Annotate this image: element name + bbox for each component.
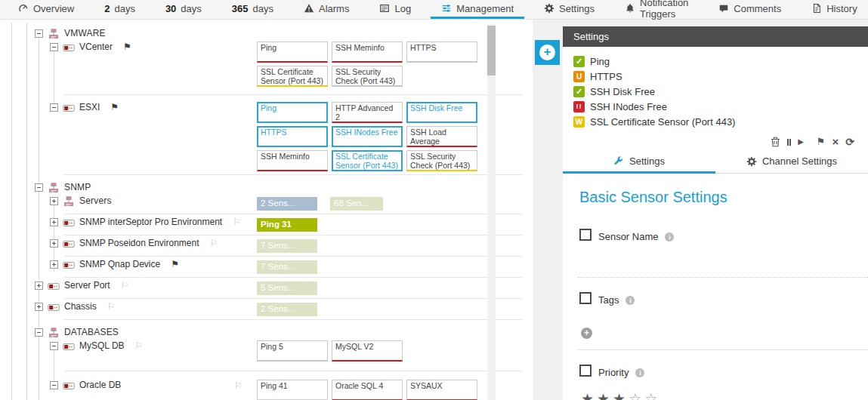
- sensor-ping-41[interactable]: Ping 41: [257, 380, 328, 400]
- selected-sensor-https[interactable]: UHTTPS: [573, 69, 868, 84]
- flag-icon[interactable]: ⚑: [171, 260, 179, 269]
- sensor-sysaux[interactable]: SYSAUX: [406, 380, 477, 400]
- collapse-icon[interactable]: [50, 381, 58, 389]
- add-tag-button[interactable]: +: [581, 328, 592, 339]
- pause-icon[interactable]: [787, 139, 792, 146]
- tree-item-label[interactable]: MySQL DB: [79, 340, 125, 351]
- refresh-icon[interactable]: ⟳: [845, 137, 854, 147]
- sensor-ssl-security-check-port-443[interactable]: SSL Security Check (Port 443): [406, 150, 477, 171]
- tree-item-label[interactable]: Oracle DB: [79, 380, 121, 390]
- expand-icon[interactable]: [50, 197, 58, 205]
- flag-icon[interactable]: ⚑: [817, 137, 826, 147]
- nav-tab-overview[interactable]: Overview: [8, 0, 85, 19]
- nav-tab-alarms[interactable]: Alarms: [293, 0, 360, 19]
- sensor-ssh-meminfo[interactable]: SSH Meminfo: [257, 150, 328, 171]
- flag-icon[interactable]: ⚐: [107, 302, 116, 311]
- star-filled-icon[interactable]: ★: [597, 391, 613, 400]
- nav-tab-history[interactable]: History: [801, 0, 867, 19]
- sensor-badge[interactable]: 2 Sens...: [257, 197, 317, 211]
- add-object-button[interactable]: +: [535, 40, 560, 65]
- nav-tab-2-days[interactable]: 2days: [94, 0, 146, 19]
- sensor-ssh-inodes-free[interactable]: SSH INodes Free: [332, 126, 403, 147]
- flag-icon[interactable]: ⚐: [234, 381, 242, 390]
- sensor-ping[interactable]: Ping: [257, 102, 328, 123]
- info-icon[interactable]: i: [665, 232, 674, 242]
- tree-item-label[interactable]: Chassis: [64, 301, 97, 312]
- tree-item-label[interactable]: SNMP Poseidon Environment: [79, 238, 199, 248]
- star-filled-icon[interactable]: ★: [613, 391, 629, 400]
- tree-item-label[interactable]: Servers: [79, 195, 112, 206]
- sensor-badge[interactable]: 2 Sens...: [257, 303, 317, 316]
- collapse-icon[interactable]: [50, 342, 58, 350]
- collapse-icon[interactable]: [50, 43, 58, 51]
- collapse-icon[interactable]: [35, 183, 43, 192]
- sensor-ssl-certificate-sensor-port-443[interactable]: SSL Certificate Sensor (Port 443): [332, 150, 403, 171]
- selected-sensor-ssh-disk-free[interactable]: ✓SSH Disk Free: [573, 84, 868, 99]
- tags-checkbox[interactable]: [579, 292, 592, 304]
- tree-item-label[interactable]: SNMP Qnap Device: [79, 259, 160, 269]
- tree-item-label[interactable]: VMWARE: [64, 28, 106, 38]
- selected-sensor-ssh-inodes-free[interactable]: !!SSH INodes Free: [573, 99, 868, 114]
- star-filled-icon[interactable]: ★: [581, 391, 597, 400]
- collapse-icon[interactable]: [35, 29, 43, 38]
- sensor-badge[interactable]: 5 Sens...: [257, 282, 317, 295]
- expand-icon[interactable]: [50, 260, 58, 269]
- flag-icon[interactable]: ⚐: [210, 238, 218, 248]
- tree-scrollbar[interactable]: [487, 24, 496, 400]
- sensor-ssl-certificate-sensor-port-443[interactable]: SSL Certificate Sensor (Port 443): [257, 66, 328, 87]
- play-icon[interactable]: ▶: [798, 137, 804, 147]
- sensor-http-advanced-2[interactable]: HTTP Advanced 2: [332, 102, 403, 123]
- collapse-icon[interactable]: [50, 103, 58, 112]
- nav-tab-notification-triggers[interactable]: Notification Triggers: [614, 0, 699, 19]
- tree-item-label[interactable]: DATABASES: [64, 327, 119, 337]
- expand-icon[interactable]: [50, 239, 58, 248]
- close-icon[interactable]: ×: [832, 137, 839, 147]
- sensor-ssl-security-check-port-443[interactable]: SSL Security Check (Port 443): [332, 66, 403, 87]
- info-icon[interactable]: i: [626, 296, 635, 305]
- tree-scrollbar-thumb[interactable]: [487, 26, 496, 75]
- priority-checkbox[interactable]: [579, 365, 592, 377]
- nav-tab-log[interactable]: Log: [369, 0, 422, 19]
- sensor-name-checkbox[interactable]: [579, 229, 592, 241]
- sensor-ssh-disk-free[interactable]: SSH Disk Free: [406, 102, 477, 123]
- trash-icon[interactable]: [771, 137, 780, 147]
- tree-item-label[interactable]: Server Port: [64, 280, 110, 291]
- tree-item-label[interactable]: VCenter: [79, 42, 113, 52]
- flag-icon[interactable]: ⚐: [121, 281, 129, 290]
- nav-tab-management[interactable]: Management: [431, 0, 524, 19]
- tab-channel-settings[interactable]: Channel Settings: [715, 152, 868, 174]
- nav-tab-365-days[interactable]: 365days: [221, 0, 284, 19]
- sensor-badge[interactable]: 7 Sens...: [257, 239, 317, 253]
- tree-item-label[interactable]: SNMP: [64, 182, 91, 192]
- sensor-mysql-v2[interactable]: MySQL V2: [332, 340, 403, 362]
- info-icon[interactable]: i: [635, 368, 644, 377]
- flag-icon[interactable]: ⚐: [135, 341, 144, 350]
- sensor-oracle-sql-4[interactable]: Oracle SQL 4: [332, 380, 403, 400]
- star-empty-icon[interactable]: ☆: [629, 391, 644, 400]
- tree-item-label[interactable]: SNMP interSeptor Pro Environment: [79, 217, 222, 227]
- selected-sensor-ssl-certificate-sensor-port-443[interactable]: WSSL Certificate Sensor (Port 443): [573, 114, 868, 129]
- sensor-ssh-meminfo[interactable]: SSH Meminfo: [332, 42, 403, 63]
- flag-icon[interactable]: ⚑: [110, 103, 119, 112]
- expand-icon[interactable]: [35, 303, 43, 311]
- tab-settings[interactable]: Settings: [563, 152, 715, 174]
- nav-tab-30-days[interactable]: 30days: [155, 0, 212, 19]
- star-empty-icon[interactable]: ☆: [644, 391, 660, 400]
- expand-icon[interactable]: [35, 282, 43, 290]
- sensor-badge[interactable]: 68 Sen...: [330, 197, 383, 211]
- sensor-https[interactable]: HTTPS: [406, 42, 477, 63]
- expand-icon[interactable]: [50, 218, 58, 226]
- sensor-ping[interactable]: Ping: [257, 42, 328, 63]
- tree-item-label[interactable]: ESXI: [79, 102, 100, 112]
- sensor-badge[interactable]: 7 Sens...: [257, 260, 317, 274]
- flag-icon[interactable]: ⚑: [123, 42, 131, 51]
- nav-tab-comments[interactable]: Comments: [708, 0, 792, 19]
- sensor-ping-5[interactable]: Ping 5: [257, 340, 328, 362]
- selected-sensor-ping[interactable]: ✓Ping: [573, 54, 868, 69]
- collapse-icon[interactable]: [35, 328, 43, 337]
- sensor-https[interactable]: HTTPS: [257, 126, 328, 147]
- nav-tab-settings[interactable]: Settings: [533, 0, 605, 19]
- flag-icon[interactable]: ⚐: [233, 217, 241, 226]
- sensor-badge[interactable]: Ping 31: [257, 218, 317, 232]
- sensor-ssh-load-average[interactable]: SSH Load Average: [406, 126, 477, 147]
